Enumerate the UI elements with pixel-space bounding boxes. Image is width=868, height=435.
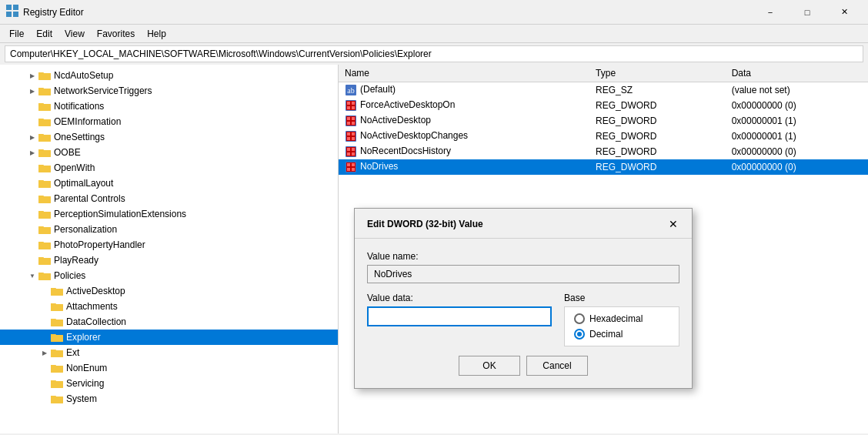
svg-rect-30 [352, 132, 355, 136]
tree-item-label: Ext [66, 347, 79, 358]
tree-item-perceptionsimulationextensions[interactable]: PerceptionSimulationExtensions [0, 206, 338, 222]
value-name-display: NoDrives [367, 265, 679, 283]
cell-type: REG_SZ [589, 82, 726, 99]
folder-icon [38, 146, 51, 159]
folder-icon [38, 162, 51, 174]
ok-button[interactable]: OK [459, 356, 520, 376]
tree-item-openwith[interactable]: OpenWith [0, 160, 338, 176]
table-row[interactable]: NoActiveDesktopREG_DWORD0x00000001 (1) [339, 113, 868, 129]
menu-favorites[interactable]: Favorites [91, 27, 141, 41]
tree-item-datacollection[interactable]: DataCollection [0, 314, 338, 330]
tree-item-explorer[interactable]: Explorer [0, 330, 338, 345]
tree-item-label: DataCollection [66, 316, 126, 327]
col-name[interactable]: Name [339, 65, 589, 82]
tree-item-personalization[interactable]: Personalization [0, 222, 338, 237]
tree-item-label: PlayReady [54, 255, 98, 266]
base-label: Base [564, 293, 679, 303]
reg-icon [345, 99, 357, 112]
tree-item-parental-controls[interactable]: Parental Controls [0, 191, 338, 206]
reg-icon [345, 130, 357, 142]
folder-icon [38, 177, 51, 189]
tree-item-label: OEMInformation [54, 116, 121, 127]
tree-item-networkservicetriggers[interactable]: ▶ NetworkServiceTriggers [0, 83, 338, 99]
table-row[interactable]: NoActiveDesktopChangesREG_DWORD0x0000000… [339, 129, 868, 144]
tree-panel[interactable]: ▶ NcdAutoSetup▶ NetworkServiceTriggers N… [0, 65, 339, 433]
tree-item-label: OOBE [54, 147, 81, 158]
dec-radio[interactable] [574, 329, 585, 340]
cell-data: 0x00000001 (1) [726, 113, 868, 129]
address-bar[interactable]: Computer\HKEY_LOCAL_MACHINE\SOFTWARE\Mic… [5, 45, 863, 62]
menu-file[interactable]: File [3, 27, 30, 41]
reg-icon [345, 161, 357, 173]
tree-item-onesettings[interactable]: ▶ OneSettings [0, 129, 338, 145]
folder-icon [38, 131, 51, 143]
tree-item-ext[interactable]: ▶ Ext [0, 345, 338, 360]
tree-item-activedesktop[interactable]: ActiveDesktop [0, 283, 338, 299]
svg-rect-0 [6, 5, 12, 10]
tree-item-label: OneSettings [54, 132, 105, 142]
col-data[interactable]: Data [726, 65, 868, 82]
tree-item-photopropertyhandler[interactable]: PhotoPropertyHandler [0, 237, 338, 253]
cancel-button[interactable]: Cancel [526, 356, 588, 376]
tree-item-label: System [66, 393, 97, 404]
tree-item-label: NetworkServiceTriggers [54, 85, 152, 96]
svg-rect-40 [347, 152, 350, 156]
col-type[interactable]: Type [589, 65, 726, 82]
hex-label: Hexadecimal [589, 313, 643, 324]
tree-item-label: Personalization [54, 224, 117, 235]
tree-item-attachments[interactable]: Attachments [0, 299, 338, 314]
tree-arrow: ▶ [26, 134, 38, 141]
folder-icon [38, 223, 51, 236]
close-button[interactable]: ✕ [826, 0, 862, 25]
hex-radio[interactable] [574, 313, 585, 324]
tree-item-policies[interactable]: ▼ Policies [0, 268, 338, 283]
cell-name: ab (Default) [339, 82, 589, 99]
edit-dword-dialog[interactable]: Edit DWORD (32-bit) Value ✕ Value name: … [354, 208, 693, 389]
tree-arrow: ▼ [26, 273, 38, 279]
svg-rect-2 [6, 12, 12, 17]
reg-icon [345, 115, 357, 127]
window-title: Registry Editor [23, 7, 84, 18]
table-row[interactable]: NoRecentDocsHistoryREG_DWORD0x00000000 (… [339, 144, 868, 159]
table-row[interactable]: ForceActiveDesktopOnREG_DWORD0x00000000 … [339, 98, 868, 113]
tree-item-ncdautosetup[interactable]: ▶ NcdAutoSetup [0, 68, 338, 83]
cell-name: NoActiveDesktopChanges [339, 129, 589, 144]
tree-item-oeminformation[interactable]: OEMInformation [0, 114, 338, 129]
menu-help[interactable]: Help [141, 27, 172, 41]
tree-item-servicing[interactable]: Servicing [0, 376, 338, 391]
dialog-close-button[interactable]: ✕ [664, 215, 683, 233]
cell-name: NoDrives [339, 159, 589, 175]
tree-item-playready[interactable]: PlayReady [0, 253, 338, 268]
tree-item-notifications[interactable]: Notifications [0, 99, 338, 114]
menu-edit[interactable]: Edit [30, 27, 58, 41]
tree-item-system[interactable]: System [0, 391, 338, 407]
cell-data: (value not set) [726, 82, 868, 99]
menu-view[interactable]: View [58, 27, 91, 41]
app-icon [6, 5, 18, 19]
value-data-input[interactable] [367, 306, 552, 326]
svg-rect-39 [352, 148, 355, 151]
folder-icon [38, 254, 51, 266]
tree-item-label: Servicing [66, 378, 104, 389]
svg-rect-1 [13, 5, 18, 10]
hex-radio-label[interactable]: Hexadecimal [574, 313, 669, 324]
tree-item-nonenum[interactable]: NonEnum [0, 360, 338, 376]
value-data-label: Value data: [367, 293, 552, 303]
table-row[interactable]: ab (Default)REG_SZ(value not set) [339, 82, 868, 99]
menu-bar: File Edit View Favorites Help [0, 25, 868, 43]
folder-icon [38, 85, 51, 97]
tree-item-label: Explorer [66, 332, 101, 343]
svg-rect-21 [352, 117, 355, 120]
svg-rect-20 [347, 117, 350, 120]
dialog-data-col: Value data: [367, 293, 552, 346]
tree-item-oobe[interactable]: ▶ OOBE [0, 145, 338, 160]
tree-item-optimallayout[interactable]: OptimalLayout [0, 176, 338, 191]
folder-icon [38, 115, 51, 128]
dec-radio-label[interactable]: Decimal [574, 329, 669, 340]
maximize-button[interactable]: □ [790, 0, 825, 25]
cell-type: REG_DWORD [589, 113, 726, 129]
minimize-button[interactable]: − [753, 0, 788, 25]
svg-rect-50 [352, 168, 355, 171]
reg-icon: ab [345, 84, 357, 96]
table-row[interactable]: NoDrivesREG_DWORD0x00000000 (0) [339, 159, 868, 175]
